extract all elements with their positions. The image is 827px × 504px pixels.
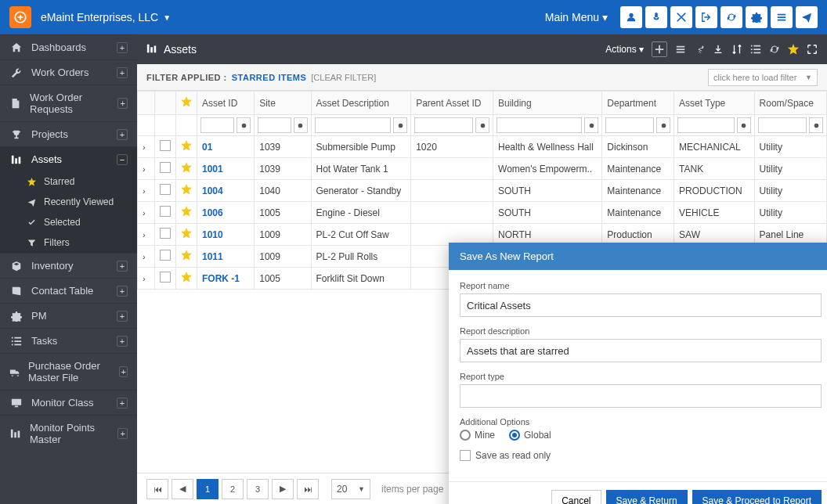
filter-btn-icon[interactable] bbox=[584, 117, 598, 133]
add-icon[interactable] bbox=[652, 41, 667, 57]
actions-dropdown[interactable]: Actions ▾ bbox=[605, 44, 644, 55]
row-checkbox[interactable] bbox=[155, 158, 176, 180]
column-asset-type[interactable]: Asset Type bbox=[674, 92, 754, 115]
expand-icon[interactable]: + bbox=[117, 261, 128, 272]
sidebar-item-work-orders[interactable]: Work Orders+ bbox=[0, 59, 137, 85]
locate-icon[interactable] bbox=[796, 6, 818, 28]
pager-page-3[interactable]: 3 bbox=[247, 479, 269, 499]
sidebar-item-inventory[interactable]: Inventory+ bbox=[0, 253, 137, 278]
filter-desc[interactable] bbox=[315, 117, 392, 133]
expand-icon[interactable]: + bbox=[117, 42, 128, 53]
refresh-icon[interactable] bbox=[769, 44, 780, 55]
row-checkbox[interactable] bbox=[155, 202, 176, 224]
sidebar-item-tasks[interactable]: Tasks+ bbox=[0, 328, 137, 353]
asset-id-link[interactable]: 01 bbox=[202, 142, 212, 153]
star-icon[interactable] bbox=[788, 44, 799, 55]
expand-icon[interactable]: + bbox=[117, 286, 128, 297]
filter-dept[interactable] bbox=[605, 117, 654, 133]
expand-icon[interactable]: + bbox=[117, 67, 128, 78]
asset-id-link[interactable]: 1001 bbox=[202, 164, 223, 175]
filter-room[interactable] bbox=[758, 117, 807, 133]
report-desc-input[interactable] bbox=[460, 339, 822, 362]
pager-size-select[interactable]: 20▼ bbox=[331, 479, 370, 499]
download-icon[interactable] bbox=[713, 44, 724, 55]
pager-page-1[interactable]: 1 bbox=[197, 479, 218, 499]
clear-filter-link[interactable]: [CLEAR FILTER] bbox=[311, 73, 376, 82]
expand-icon[interactable]: + bbox=[117, 311, 128, 322]
row-star-icon[interactable] bbox=[176, 202, 197, 224]
save-readonly-checkbox[interactable]: Save as read only bbox=[460, 450, 822, 461]
filter-btn-icon[interactable] bbox=[737, 117, 751, 133]
row-star-icon[interactable] bbox=[176, 246, 197, 268]
filter-btn-icon[interactable] bbox=[237, 117, 251, 133]
filter-site[interactable] bbox=[258, 117, 291, 133]
sidebar-item-contact[interactable]: Contact Table+ bbox=[0, 278, 137, 303]
row-checkbox[interactable] bbox=[155, 224, 176, 246]
sidebar-sub-selected[interactable]: Selected bbox=[0, 212, 137, 232]
row-checkbox[interactable] bbox=[155, 136, 176, 158]
expand-icon[interactable] bbox=[807, 44, 818, 55]
asset-id-link[interactable]: 1004 bbox=[202, 185, 223, 196]
filter-asset-id[interactable] bbox=[200, 117, 234, 133]
cancel-button[interactable]: Cancel bbox=[551, 490, 601, 504]
pager-next[interactable]: ▶ bbox=[272, 479, 294, 499]
menu-icon[interactable] bbox=[771, 6, 793, 28]
sidebar-sub-starred[interactable]: Starred bbox=[0, 171, 137, 192]
row-star-icon[interactable] bbox=[176, 224, 197, 246]
sidebar-sub-filters[interactable]: Filters bbox=[0, 232, 137, 253]
exit-icon[interactable] bbox=[695, 6, 717, 28]
sidebar-item-po-master[interactable]: Purchase Order Master File+ bbox=[0, 353, 137, 390]
save-proceed-button[interactable]: Save & Proceed to Report bbox=[692, 490, 822, 504]
column-site[interactable]: Site bbox=[255, 92, 311, 115]
sidebar-item-monitor-points[interactable]: Monitor Points Master+ bbox=[0, 415, 137, 452]
filter-btn-icon[interactable] bbox=[809, 117, 823, 133]
expand-row-icon[interactable]: › bbox=[138, 224, 155, 246]
row-checkbox[interactable] bbox=[155, 246, 176, 268]
radio-global[interactable]: Global bbox=[509, 430, 551, 441]
grid-icon[interactable] bbox=[675, 44, 686, 55]
column-building[interactable]: Building bbox=[493, 92, 602, 115]
filter-btn-icon[interactable] bbox=[475, 117, 489, 133]
filter-parent[interactable] bbox=[414, 117, 473, 133]
refresh-icon[interactable] bbox=[720, 6, 742, 28]
report-name-input[interactable] bbox=[460, 293, 822, 317]
expand-icon[interactable]: + bbox=[119, 366, 128, 377]
expand-row-icon[interactable]: › bbox=[138, 158, 155, 180]
user-icon[interactable] bbox=[620, 6, 642, 28]
filter-type[interactable] bbox=[677, 117, 734, 133]
pager-first[interactable]: ⏮ bbox=[146, 479, 168, 499]
mic-icon[interactable] bbox=[645, 6, 667, 28]
column-room[interactable]: Room/Space bbox=[754, 92, 826, 115]
expand-icon[interactable]: + bbox=[117, 398, 128, 409]
share-icon[interactable] bbox=[694, 44, 705, 55]
radio-mine[interactable]: Mine bbox=[460, 430, 495, 441]
load-filter-dropdown[interactable]: click here to load filter ▼ bbox=[708, 69, 818, 86]
tools-icon[interactable] bbox=[670, 6, 692, 28]
expand-icon[interactable]: + bbox=[117, 428, 128, 439]
column-asset-desc[interactable]: Asset Description bbox=[311, 92, 411, 115]
filter-btn-icon[interactable] bbox=[294, 117, 308, 133]
asset-id-link[interactable]: 1006 bbox=[202, 207, 223, 218]
sidebar-item-pm[interactable]: PM+ bbox=[0, 303, 137, 328]
pager-last[interactable]: ⏭ bbox=[297, 479, 319, 499]
expand-row-icon[interactable]: › bbox=[138, 180, 155, 202]
expand-icon[interactable]: + bbox=[117, 129, 128, 140]
asset-id-link[interactable]: 1010 bbox=[202, 229, 223, 240]
row-checkbox[interactable] bbox=[155, 268, 176, 290]
expand-row-icon[interactable]: › bbox=[138, 136, 155, 158]
expand-icon[interactable]: + bbox=[117, 98, 128, 109]
column-star[interactable] bbox=[176, 92, 197, 115]
row-star-icon[interactable] bbox=[176, 180, 197, 202]
sidebar-item-projects[interactable]: Projects+ bbox=[0, 121, 137, 146]
sort-icon[interactable] bbox=[731, 44, 742, 55]
filter-btn-icon[interactable] bbox=[393, 117, 407, 133]
sidebar-item-assets[interactable]: Assets− bbox=[0, 146, 137, 171]
row-checkbox[interactable] bbox=[155, 180, 176, 202]
report-type-input[interactable] bbox=[460, 384, 822, 408]
main-menu-button[interactable]: Main Menu ▾ bbox=[545, 11, 608, 23]
asset-id-link[interactable]: FORK -1 bbox=[202, 273, 240, 284]
column-department[interactable]: Department bbox=[602, 92, 674, 115]
sidebar-item-wo-requests[interactable]: Work Order Requests+ bbox=[0, 85, 137, 121]
expand-icon[interactable]: + bbox=[117, 336, 128, 347]
row-star-icon[interactable] bbox=[176, 268, 197, 290]
